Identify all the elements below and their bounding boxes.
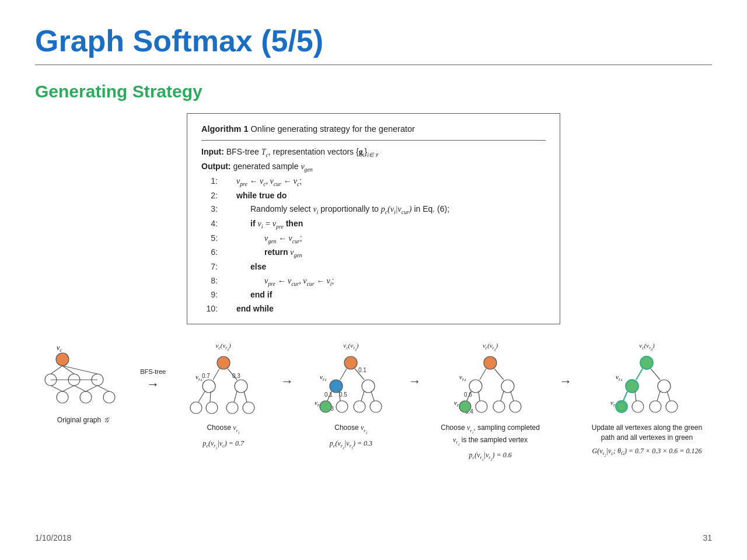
alg-text-7: else xyxy=(222,260,266,274)
alg-num-2: 2: xyxy=(201,189,218,202)
arrow-1: → xyxy=(146,377,159,392)
node-rr xyxy=(243,402,254,414)
alg-num-1: 1: xyxy=(201,174,218,188)
label-vc-vr0-2: vc(vr0) xyxy=(343,342,358,352)
svg-vr1: vr₁ 0.7 0.3 xyxy=(186,352,261,419)
node-rl xyxy=(226,402,238,414)
alg-num-7: 7: xyxy=(201,260,218,274)
alg-text-9: end if xyxy=(222,288,272,302)
node-right-root xyxy=(235,380,247,393)
edge-r-rl-2 xyxy=(361,391,364,401)
edge-root-right-4 xyxy=(494,369,504,380)
svg-complete: vr₁ vr₂ 0.6 0.4 xyxy=(452,352,528,419)
edge-l-ll xyxy=(198,391,205,402)
alg-line-6: 6: return vgen xyxy=(201,246,546,260)
label-01-l: 0.1 xyxy=(324,391,333,398)
vr1-label-5: vr₁ xyxy=(616,373,622,382)
edge-r-rr xyxy=(244,391,247,402)
edge-r-rr-4 xyxy=(511,391,514,401)
alg-line-2: 2: while true do xyxy=(201,189,546,202)
alg-line-7: 7: else xyxy=(201,260,546,274)
edge-vc-a xyxy=(51,366,62,374)
label-01-top: 0.1 xyxy=(358,367,366,373)
node-right-5 xyxy=(658,380,671,393)
formula-update: G(vr2|vc; θG) = 0.7 × 0.3 × 0.6 = 0.126 xyxy=(592,446,702,458)
vr1-label-2: vr₁ xyxy=(196,373,202,382)
edge-r-rl xyxy=(234,391,237,402)
alg-text-8: vpre ← vcur, vcur ← vi; xyxy=(222,274,334,289)
alg-output-line: Output: generated sample vgen xyxy=(201,160,546,174)
footer-page: 31 xyxy=(703,533,712,542)
edge-b-c xyxy=(62,386,74,391)
edge-l-lm xyxy=(210,391,211,402)
svg-update: vr₁ vr₂ xyxy=(609,352,685,419)
algorithm-desc: Online generating strategy for the gener… xyxy=(251,124,415,134)
node-rr-2 xyxy=(370,401,382,412)
alg-line-5: 5: vgen ← vcur; xyxy=(201,232,546,246)
alg-line-3: 3: Randomly select vi proportionally to … xyxy=(201,202,546,217)
output-label: Output: xyxy=(201,160,231,173)
node-vc-3 xyxy=(344,356,357,369)
label-07: 0.7 xyxy=(202,373,210,379)
node-vr2-selected xyxy=(320,401,331,412)
node-left-root xyxy=(203,380,215,393)
edge-r-rr-2 xyxy=(371,391,374,401)
alg-text-3: Randomly select vi proportionally to pc(… xyxy=(222,202,449,217)
label-vc-vr0-4: vc(vr0) xyxy=(639,342,654,352)
edge-b-d xyxy=(74,386,86,391)
diagram-vr1: vc(vr0) vr₁ 0.7 0.3 xyxy=(186,342,261,450)
alg-num-4: 4: xyxy=(201,217,218,230)
node-vc-2 xyxy=(217,356,230,369)
node-lm-2 xyxy=(336,401,348,412)
node-lm-4 xyxy=(476,401,487,412)
formula-vr2: pc(vr2|vr1) = 0.3 xyxy=(330,439,372,450)
node-rr-5 xyxy=(666,401,678,412)
caption-vr1: Choose vr1 xyxy=(207,423,239,435)
alg-line-1: 1: vpre ← vc, vcur ← vc; xyxy=(201,174,546,189)
caption-original: Original graph 𝒢 xyxy=(57,415,109,425)
slide: Graph Softmax (5/5) Generating Strategy … xyxy=(0,0,747,560)
edge-l-lm-4 xyxy=(479,391,480,401)
edge-root-left-4 xyxy=(480,369,486,380)
algorithm-box: Algorithm 1 Online generating strategy f… xyxy=(187,113,560,324)
alg-line-4: 4: if vi = vpre then xyxy=(201,217,546,232)
diagram-update: vc(vr0) vr₁ vr₂ xyxy=(592,342,702,459)
node-rl-5 xyxy=(650,401,661,412)
node-lm xyxy=(206,402,218,414)
alg-num-10: 10: xyxy=(201,302,218,316)
label-05: 0.5 xyxy=(339,391,347,398)
caption-complete: Choose vr1, sampling completed vr2 is th… xyxy=(441,423,540,447)
footer: 1/10/2018 31 xyxy=(35,527,712,542)
alg-text-4: if vi = vpre then xyxy=(222,217,303,232)
label-vc-vr0-3: vc(vr0) xyxy=(483,342,498,352)
edge-root-right-5 xyxy=(651,369,660,380)
alg-line-10: 10: end while xyxy=(201,302,546,316)
edge-l-ll-5 xyxy=(623,391,627,401)
algorithm-title-row: Algorithm 1 Online generating strategy f… xyxy=(201,122,546,141)
node-right-2 xyxy=(362,380,375,393)
vr1-label-3: vr₁ xyxy=(320,373,326,382)
edge-a-c xyxy=(51,386,62,391)
vr1-label-4: vr₁ xyxy=(459,373,466,382)
node-vr1-green xyxy=(626,380,638,393)
edge-r-rr-5 xyxy=(667,391,670,401)
title-underline xyxy=(35,64,712,65)
caption-update: Update all vertexes along the greenpath … xyxy=(592,423,702,443)
node-vr1-selected xyxy=(330,380,343,393)
slide-title: Graph Softmax (5/5) xyxy=(35,23,712,58)
vc-label: vc xyxy=(57,344,62,353)
caption-vr2: Choose vr2 xyxy=(334,423,367,435)
formula-vr1: pc(vr1|vc) = 0.7 xyxy=(203,439,244,450)
output-text: generated sample vgen xyxy=(233,160,312,174)
node-rl-2 xyxy=(354,401,365,412)
node-vc-4 xyxy=(484,356,497,369)
edge-root-left-3 xyxy=(340,369,347,380)
edge-e-d xyxy=(86,386,97,391)
alg-num-9: 9: xyxy=(201,288,218,302)
svg-vr2: vr₁ 0.1 vr₂ 0.1 0.5 xyxy=(313,352,389,419)
algorithm-label: Algorithm 1 xyxy=(201,124,249,134)
node-vr2-sampled xyxy=(459,401,471,412)
input-text: BFS-tree Tc, representation vectors {gi}… xyxy=(226,145,378,160)
alg-num-3: 3: xyxy=(201,202,218,216)
node-left-4 xyxy=(469,380,482,393)
